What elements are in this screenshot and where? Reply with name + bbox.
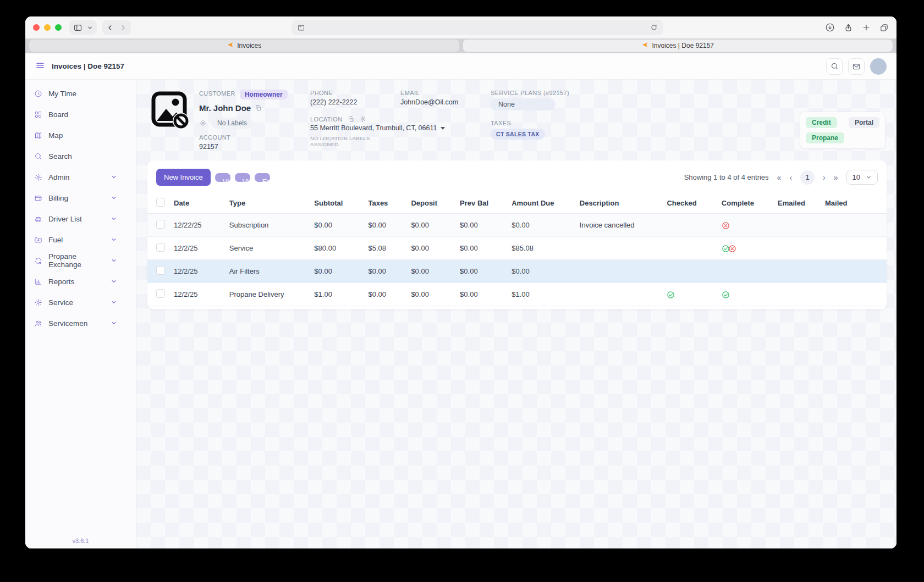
cell-subtotal: $0.00 xyxy=(310,214,364,237)
select-all-checkbox[interactable] xyxy=(156,198,165,207)
zoom-window-button[interactable] xyxy=(55,24,62,31)
share-icon[interactable] xyxy=(844,23,853,32)
column-header[interactable]: Checked xyxy=(662,193,717,214)
location-gear-icon[interactable] xyxy=(359,115,366,123)
sidebar-item[interactable]: Reports xyxy=(25,271,136,292)
cell-emailed xyxy=(773,214,821,237)
no-labels-pill[interactable]: No Labels xyxy=(211,118,253,129)
row-checkbox[interactable] xyxy=(156,243,165,252)
address-bar[interactable] xyxy=(292,20,663,35)
cell-mailed xyxy=(821,283,887,306)
toolbar-button[interactable]: View Invoice xyxy=(215,173,230,182)
table-row[interactable]: 12/22/25 Subscription $0.00 $0.00 $0.00 … xyxy=(147,214,887,237)
page-settings-icon[interactable] xyxy=(297,24,305,32)
row-checkbox[interactable] xyxy=(156,266,165,275)
app-version: v3.6.1 xyxy=(25,537,136,544)
cell-taxes: $0.00 xyxy=(364,260,406,283)
sidebar-panel-icon[interactable] xyxy=(73,23,82,32)
toolbar-button[interactable]: View Receipt xyxy=(235,173,250,182)
column-header[interactable]: Deposit xyxy=(406,193,455,214)
sidebar-toggle-group xyxy=(69,20,97,35)
column-header[interactable]: Type xyxy=(225,193,310,214)
customer-flag-badge: Portal xyxy=(849,117,879,128)
forward-button-icon[interactable] xyxy=(119,24,127,32)
table-row[interactable]: 12/2/25 Air Filters $0.00 $0.00 $0.00 $0… xyxy=(147,260,887,283)
phone-label: PHONE xyxy=(310,90,387,96)
sidebar-item-label: Search xyxy=(48,152,72,160)
cell-amount-due: $85.08 xyxy=(507,237,575,260)
sidebar-item[interactable]: Servicemen xyxy=(25,313,136,334)
tab-invoices-doe[interactable]: Invoices | Doe 92157 xyxy=(463,40,893,52)
current-page-button[interactable]: 1 xyxy=(800,170,815,185)
sidebar-nav: My Time Board Map Search Admin xyxy=(25,80,136,548)
copy-icon[interactable] xyxy=(348,116,354,123)
new-tab-icon[interactable] xyxy=(862,23,871,32)
column-header[interactable]: Taxes xyxy=(364,193,406,214)
sidebar-item-label: Map xyxy=(48,131,63,140)
search-icon xyxy=(34,152,42,160)
table-row[interactable]: 12/2/25 Propane Delivery $1.00 $0.00 $0.… xyxy=(147,283,887,306)
tab-label: Invoices | Doe 92157 xyxy=(652,42,714,49)
column-header[interactable]: Prev Bal xyxy=(455,193,507,214)
sidebar-item[interactable]: Search xyxy=(25,146,136,167)
sidebar-item[interactable]: Admin xyxy=(25,167,136,187)
copy-icon[interactable] xyxy=(255,104,262,112)
sidebar-item[interactable]: Board xyxy=(25,104,136,125)
last-page-button[interactable]: » xyxy=(834,173,838,182)
minimize-window-button[interactable] xyxy=(44,24,51,31)
sidebar-item[interactable]: Billing xyxy=(25,187,136,208)
row-checkbox[interactable] xyxy=(156,220,165,229)
search-button[interactable] xyxy=(826,58,843,75)
column-header[interactable]: Complete xyxy=(717,193,773,214)
pagination: Showing 1 to 4 of 4 entries « ‹ 1 › » 10 xyxy=(684,170,878,185)
cell-complete xyxy=(717,260,773,283)
back-button-icon[interactable] xyxy=(106,24,114,32)
table-row[interactable]: 12/2/25 Service $80.00 $5.08 $0.00 $0.00… xyxy=(147,237,887,260)
mail-button[interactable] xyxy=(848,58,865,75)
downloads-icon[interactable] xyxy=(825,23,835,32)
row-checkbox[interactable] xyxy=(156,289,165,298)
toolbar-button[interactable]: Email Documents xyxy=(255,173,270,182)
sidebar-item[interactable]: Fuel xyxy=(25,229,136,250)
menu-hamburger-icon[interactable] xyxy=(35,60,45,73)
app-favicon-icon xyxy=(227,41,234,50)
user-avatar[interactable] xyxy=(870,58,887,75)
close-window-button[interactable] xyxy=(33,24,40,31)
address-caret-down-icon[interactable] xyxy=(441,127,445,130)
sidebar-item[interactable]: Service xyxy=(25,292,136,313)
column-header[interactable]: Emailed xyxy=(773,193,821,214)
main-content: CUSTOMER Homeowner Mr. John Doe No Label… xyxy=(136,80,897,548)
sidebar-item[interactable]: Propane Exchange xyxy=(25,250,136,271)
cell-type: Propane Delivery xyxy=(225,283,310,306)
next-page-button[interactable]: › xyxy=(823,173,826,182)
cell-amount-due: $0.00 xyxy=(507,214,575,237)
location-address[interactable]: 55 Merritt Boulevard, Trumbull, CT, 0661… xyxy=(310,124,437,132)
tab-overview-icon[interactable] xyxy=(879,23,889,32)
cell-complete red-x-circle-icon xyxy=(717,214,773,237)
sidebar-item-label: Reports xyxy=(48,278,74,286)
sidebar-item-label: Driver List xyxy=(48,215,82,223)
column-header[interactable]: Subtotal xyxy=(310,193,364,214)
column-header[interactable]: Description xyxy=(575,193,663,214)
tab-invoices[interactable]: Invoices xyxy=(29,40,459,52)
sidebar-item[interactable]: Driver List xyxy=(25,208,136,229)
column-header[interactable]: Amount Due xyxy=(507,193,575,214)
sidebar-item[interactable]: Map xyxy=(25,125,136,146)
chevron-down-icon[interactable] xyxy=(87,25,93,31)
toolbar-button[interactable]: New Invoice xyxy=(156,169,211,186)
app-favicon-icon xyxy=(641,41,648,50)
gear-icon xyxy=(34,298,42,307)
cell-subtotal: $1.00 xyxy=(310,283,364,306)
column-header[interactable]: Mailed xyxy=(821,193,887,214)
chevron-down-icon xyxy=(111,257,117,264)
cell-deposit: $0.00 xyxy=(406,237,455,260)
sidebar-item-label: Board xyxy=(48,110,68,119)
first-page-button[interactable]: « xyxy=(777,173,782,182)
labels-gear-icon[interactable] xyxy=(199,119,207,127)
cell-subtotal: $0.00 xyxy=(310,260,364,283)
prev-page-button[interactable]: ‹ xyxy=(789,173,792,182)
page-size-select[interactable]: 10 xyxy=(846,170,878,185)
reload-icon[interactable] xyxy=(650,24,658,31)
sidebar-item[interactable]: My Time xyxy=(25,83,136,104)
column-header[interactable]: Date xyxy=(169,193,225,214)
